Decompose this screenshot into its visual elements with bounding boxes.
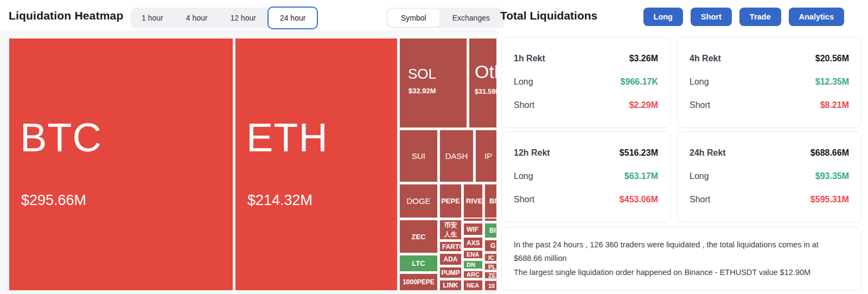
tile-symbol: 人生 [444,230,457,239]
tile-tile[interactable] [463,218,483,221]
tile-dash[interactable]: DASH [439,130,474,182]
tile-symbol: LINK [443,282,458,289]
tile-symbol: BTC [20,114,102,161]
tile-wif[interactable]: WIF [463,223,483,235]
tile-symbol: SUI [412,151,425,161]
heatmap-background: BTC$295.66METH$214.32MSOL$32.92MOthers$3… [0,30,498,294]
tile-pepe[interactable]: PEPE [439,184,462,218]
long-button[interactable]: Long [643,8,683,26]
tile-eth[interactable]: ETH$214.32M [235,38,398,291]
page-title: Liquidation Heatmap [9,9,123,22]
tile-symbol: DOGE [406,196,430,206]
total-value: $3.26M [629,54,658,63]
long-label: Long [690,171,709,181]
view-toggle-symbol[interactable]: Symbol [388,9,439,27]
liquidation-treemap: BTC$295.66METH$214.32MSOL$32.92MOthers$3… [9,38,496,291]
tile-zec[interactable]: ZEC [399,220,438,253]
rekt-card-12h: 12h Rekt$516.23MLong$63.17MShort$453.06M [501,131,671,222]
time-tab-1-hour[interactable]: 1 hour [130,8,175,28]
tile-symbol: ARC [467,271,480,278]
tile-others[interactable]: Others$31.59M [469,38,496,128]
tile-symbol: LTC [412,259,425,267]
tile-symbol: NEA [467,282,479,289]
tile-symbol: FARTCOIN [442,243,462,251]
time-tab-24-hour[interactable]: 24 hour [267,7,318,29]
tile-sol[interactable]: SOL$32.92M [399,38,467,128]
tile-symbol: 币安 [444,221,457,229]
tile-10[interactable]: 10 [484,280,496,291]
tile-doge[interactable]: DOGE [399,184,438,218]
tile-btc[interactable]: BTC$295.66M [9,38,233,291]
long-label: Long [514,171,533,181]
period-label: 24h Rekt [690,148,726,158]
short-button[interactable]: Short [691,8,732,26]
tile-g[interactable]: G [484,240,496,252]
tile-sui[interactable]: SUI [399,130,438,182]
short-value: $453.06M [620,195,658,204]
time-tab-12-hour[interactable]: 12 hour [219,8,267,28]
analytics-button[interactable]: Analytics [789,8,844,26]
tile-1000pepe[interactable]: 1000PEPE [399,273,438,291]
time-tab-4-hour[interactable]: 4 hour [175,8,219,28]
tile-symbol: Others [475,61,496,82]
rekt-card-24h: 24h Rekt$688.66MLong$93.35MShort$595.31M [677,131,861,222]
tile-tile[interactable] [484,218,496,221]
tile-ze[interactable]: ZE [484,272,496,279]
tile-symbol: 1000PEPE [403,278,435,286]
summary-line-2: The largest single liquidation order hap… [514,266,849,279]
tile-ic[interactable]: IC [484,253,496,261]
summary-card: In the past 24 hours , 126 360 traders w… [501,227,861,291]
tile-value: $31.59M [475,88,496,95]
short-label: Short [514,195,534,204]
tile-value: $295.66M [21,192,86,209]
tile-symbol: AXS [467,239,480,247]
tile-nea[interactable]: NEA [463,280,483,291]
trade-button[interactable]: Trade [739,8,781,26]
tile-symbol: ADA [444,255,458,263]
short-label: Short [690,100,710,110]
tile-fartcoin[interactable]: FARTCOIN [439,241,462,252]
tile-symbol: PEPE [441,197,460,205]
liquidation-dashboard: Liquidation Heatmap 1 hour4 hour12 hour2… [0,0,868,294]
short-label: Short [514,100,534,110]
period-label: 4h Rekt [690,54,721,63]
tile-symbol: BI [489,227,496,234]
short-value: $8.21M [820,100,849,110]
tile-ltc[interactable]: LTC [399,255,438,272]
tile-bnb[interactable]: BNB [484,184,496,218]
total-liquidations-title: Total Liquidations [500,9,597,22]
rekt-card-1h: 1h Rekt$3.26MLong$966.17KShort$2.29M [501,37,671,128]
symbol-exchanges-toggle: SymbolExchanges [386,8,505,28]
tile-symbol: SOL [408,66,436,82]
total-value: $516.23M [620,148,658,158]
time-range-tabs: 1 hour4 hour12 hour24 hour [130,8,318,28]
long-label: Long [514,77,533,87]
tile--[interactable]: 币安人生 [439,220,462,240]
period-label: 1h Rekt [514,54,545,63]
tile-symbol: ENA [467,251,479,258]
summary-line-1: In the past 24 hours , 126 360 traders w… [514,238,849,266]
tile-ip[interactable]: IP [475,130,496,182]
tile-symbol: G [490,242,495,250]
tile-symbol: PUMP [441,269,460,277]
long-label: Long [690,77,709,87]
stats-panel: 1h Rekt$3.26MLong$966.17KShort$2.29M4h R… [501,37,861,291]
tile-pl[interactable]: PL [484,263,496,270]
tile-symbol: DASH [445,151,468,161]
short-label: Short [690,195,710,204]
long-value: $93.35M [815,171,849,181]
tile-ada[interactable]: ADA [439,253,462,265]
nav-buttons: LongShortTradeAnalytics [654,8,844,26]
tile-bi[interactable]: BI [484,223,496,238]
tile-river[interactable]: RIVER [463,184,483,218]
tile-symbol: ETH [246,114,328,161]
tile-arc[interactable]: ARC [463,271,483,278]
tile-link[interactable]: LINK [439,280,462,291]
view-toggle-exchanges[interactable]: Exchanges [439,9,503,27]
tile-pump[interactable]: PUMP [439,267,462,278]
tile-axs[interactable]: AXS [463,237,483,248]
tile-ena[interactable]: ENA [463,250,483,259]
tile-symbol: ZE [488,272,496,279]
short-value: $595.31M [810,195,849,204]
tile-dn[interactable]: DN [463,260,483,269]
